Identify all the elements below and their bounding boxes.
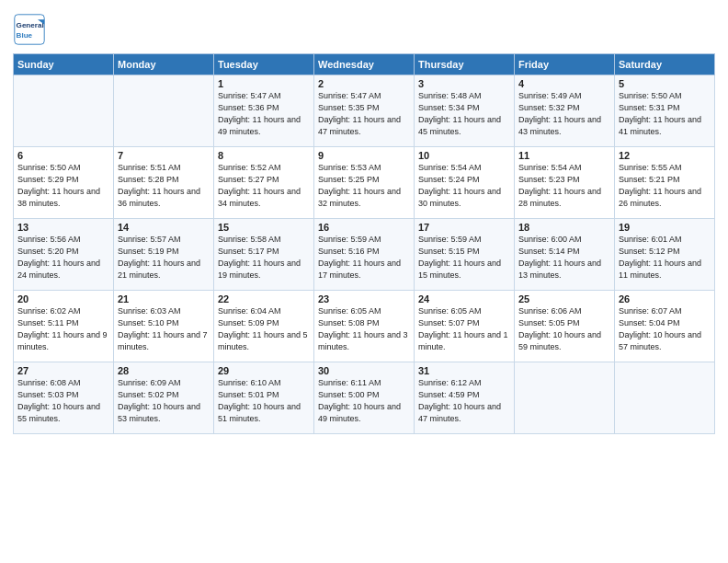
weekday-header-wednesday: Wednesday	[314, 54, 415, 75]
day-info: Sunrise: 5:49 AM Sunset: 5:32 PM Dayligh…	[518, 90, 610, 138]
calendar-cell: 12Sunrise: 5:55 AM Sunset: 5:21 PM Dayli…	[615, 147, 715, 219]
day-info: Sunrise: 6:05 AM Sunset: 5:07 PM Dayligh…	[418, 305, 510, 353]
day-info: Sunrise: 6:00 AM Sunset: 5:14 PM Dayligh…	[518, 234, 610, 282]
calendar-cell: 23Sunrise: 6:05 AM Sunset: 5:08 PM Dayli…	[314, 291, 415, 362]
day-info: Sunrise: 5:47 AM Sunset: 5:36 PM Dayligh…	[218, 90, 310, 138]
calendar-cell	[114, 75, 214, 147]
calendar-cell: 30Sunrise: 6:11 AM Sunset: 5:00 PM Dayli…	[314, 362, 415, 434]
day-number: 20	[17, 293, 109, 304]
day-info: Sunrise: 5:51 AM Sunset: 5:28 PM Dayligh…	[118, 162, 210, 210]
calendar-cell: 25Sunrise: 6:06 AM Sunset: 5:05 PM Dayli…	[515, 291, 615, 362]
day-number: 4	[518, 78, 610, 89]
calendar-week-4: 20Sunrise: 6:02 AM Sunset: 5:11 PM Dayli…	[14, 291, 715, 362]
day-info: Sunrise: 5:56 AM Sunset: 5:20 PM Dayligh…	[17, 234, 109, 282]
calendar-week-1: 1Sunrise: 5:47 AM Sunset: 5:36 PM Daylig…	[14, 75, 715, 147]
day-number: 30	[318, 365, 410, 376]
day-info: Sunrise: 5:58 AM Sunset: 5:17 PM Dayligh…	[218, 234, 310, 282]
calendar-cell: 8Sunrise: 5:52 AM Sunset: 5:27 PM Daylig…	[214, 147, 314, 219]
weekday-header-monday: Monday	[114, 54, 214, 75]
calendar-cell: 31Sunrise: 6:12 AM Sunset: 4:59 PM Dayli…	[415, 362, 515, 434]
day-info: Sunrise: 6:08 AM Sunset: 5:03 PM Dayligh…	[17, 377, 109, 425]
day-number: 29	[218, 365, 310, 376]
day-info: Sunrise: 5:52 AM Sunset: 5:27 PM Dayligh…	[218, 162, 310, 210]
calendar-cell: 13Sunrise: 5:56 AM Sunset: 5:20 PM Dayli…	[14, 219, 114, 291]
calendar-cell: 3Sunrise: 5:48 AM Sunset: 5:34 PM Daylig…	[415, 75, 515, 147]
calendar-cell	[14, 75, 114, 147]
day-number: 9	[318, 150, 410, 161]
day-info: Sunrise: 5:59 AM Sunset: 5:16 PM Dayligh…	[318, 234, 410, 282]
calendar-cell: 24Sunrise: 6:05 AM Sunset: 5:07 PM Dayli…	[415, 291, 515, 362]
day-number: 22	[218, 293, 310, 304]
calendar-cell: 2Sunrise: 5:47 AM Sunset: 5:35 PM Daylig…	[314, 75, 415, 147]
day-info: Sunrise: 6:09 AM Sunset: 5:02 PM Dayligh…	[118, 377, 210, 425]
day-number: 7	[118, 150, 210, 161]
calendar-cell: 20Sunrise: 6:02 AM Sunset: 5:11 PM Dayli…	[14, 291, 114, 362]
day-number: 25	[518, 293, 610, 304]
day-number: 16	[318, 222, 410, 233]
calendar-cell: 14Sunrise: 5:57 AM Sunset: 5:19 PM Dayli…	[114, 219, 214, 291]
day-info: Sunrise: 5:54 AM Sunset: 5:23 PM Dayligh…	[518, 162, 610, 210]
day-number: 24	[418, 293, 510, 304]
calendar-cell: 15Sunrise: 5:58 AM Sunset: 5:17 PM Dayli…	[214, 219, 314, 291]
day-info: Sunrise: 5:54 AM Sunset: 5:24 PM Dayligh…	[418, 162, 510, 210]
day-number: 10	[418, 150, 510, 161]
calendar-container: General Blue SundayMondayTuesdayWednesda…	[0, 0, 728, 443]
weekday-header-thursday: Thursday	[415, 54, 515, 75]
day-number: 1	[218, 78, 310, 89]
day-info: Sunrise: 6:10 AM Sunset: 5:01 PM Dayligh…	[218, 377, 310, 425]
day-info: Sunrise: 6:06 AM Sunset: 5:05 PM Dayligh…	[518, 305, 610, 353]
logo: General Blue	[13, 13, 48, 46]
day-info: Sunrise: 6:11 AM Sunset: 5:00 PM Dayligh…	[318, 377, 410, 425]
day-number: 3	[418, 78, 510, 89]
day-number: 11	[518, 150, 610, 161]
day-number: 12	[619, 150, 711, 161]
day-info: Sunrise: 5:48 AM Sunset: 5:34 PM Dayligh…	[418, 90, 510, 138]
day-number: 2	[318, 78, 410, 89]
day-info: Sunrise: 5:55 AM Sunset: 5:21 PM Dayligh…	[619, 162, 711, 210]
day-info: Sunrise: 6:01 AM Sunset: 5:12 PM Dayligh…	[619, 234, 711, 282]
day-number: 17	[418, 222, 510, 233]
day-number: 26	[619, 293, 711, 304]
day-number: 13	[17, 222, 109, 233]
calendar-cell: 21Sunrise: 6:03 AM Sunset: 5:10 PM Dayli…	[114, 291, 214, 362]
day-info: Sunrise: 5:53 AM Sunset: 5:25 PM Dayligh…	[318, 162, 410, 210]
day-number: 28	[118, 365, 210, 376]
calendar-cell: 9Sunrise: 5:53 AM Sunset: 5:25 PM Daylig…	[314, 147, 415, 219]
weekday-header-row: SundayMondayTuesdayWednesdayThursdayFrid…	[14, 54, 715, 75]
day-info: Sunrise: 5:57 AM Sunset: 5:19 PM Dayligh…	[118, 234, 210, 282]
day-number: 23	[318, 293, 410, 304]
calendar-cell: 7Sunrise: 5:51 AM Sunset: 5:28 PM Daylig…	[114, 147, 214, 219]
calendar-cell	[615, 362, 715, 434]
day-info: Sunrise: 6:05 AM Sunset: 5:08 PM Dayligh…	[318, 305, 410, 353]
calendar-cell: 4Sunrise: 5:49 AM Sunset: 5:32 PM Daylig…	[515, 75, 615, 147]
calendar-week-3: 13Sunrise: 5:56 AM Sunset: 5:20 PM Dayli…	[14, 219, 715, 291]
calendar-cell: 6Sunrise: 5:50 AM Sunset: 5:29 PM Daylig…	[14, 147, 114, 219]
day-info: Sunrise: 5:47 AM Sunset: 5:35 PM Dayligh…	[318, 90, 410, 138]
calendar-cell: 11Sunrise: 5:54 AM Sunset: 5:23 PM Dayli…	[515, 147, 615, 219]
day-info: Sunrise: 6:12 AM Sunset: 4:59 PM Dayligh…	[418, 377, 510, 425]
day-number: 18	[518, 222, 610, 233]
calendar-cell: 1Sunrise: 5:47 AM Sunset: 5:36 PM Daylig…	[214, 75, 314, 147]
svg-text:Blue: Blue	[17, 31, 33, 40]
logo-icon: General Blue	[13, 13, 46, 46]
calendar-cell: 18Sunrise: 6:00 AM Sunset: 5:14 PM Dayli…	[515, 219, 615, 291]
day-number: 27	[17, 365, 109, 376]
svg-text:General: General	[17, 21, 44, 29]
day-info: Sunrise: 5:50 AM Sunset: 5:31 PM Dayligh…	[619, 90, 711, 138]
calendar-cell	[515, 362, 615, 434]
day-number: 8	[218, 150, 310, 161]
weekday-header-saturday: Saturday	[615, 54, 715, 75]
day-info: Sunrise: 5:50 AM Sunset: 5:29 PM Dayligh…	[17, 162, 109, 210]
header: General Blue	[13, 9, 715, 46]
day-info: Sunrise: 5:59 AM Sunset: 5:15 PM Dayligh…	[418, 234, 510, 282]
calendar-week-5: 27Sunrise: 6:08 AM Sunset: 5:03 PM Dayli…	[14, 362, 715, 434]
day-number: 21	[118, 293, 210, 304]
day-number: 14	[118, 222, 210, 233]
calendar-cell: 10Sunrise: 5:54 AM Sunset: 5:24 PM Dayli…	[415, 147, 515, 219]
calendar-table: SundayMondayTuesdayWednesdayThursdayFrid…	[13, 53, 715, 434]
calendar-cell: 27Sunrise: 6:08 AM Sunset: 5:03 PM Dayli…	[14, 362, 114, 434]
weekday-header-sunday: Sunday	[14, 54, 114, 75]
calendar-cell: 19Sunrise: 6:01 AM Sunset: 5:12 PM Dayli…	[615, 219, 715, 291]
day-info: Sunrise: 6:02 AM Sunset: 5:11 PM Dayligh…	[17, 305, 109, 353]
calendar-cell: 28Sunrise: 6:09 AM Sunset: 5:02 PM Dayli…	[114, 362, 214, 434]
